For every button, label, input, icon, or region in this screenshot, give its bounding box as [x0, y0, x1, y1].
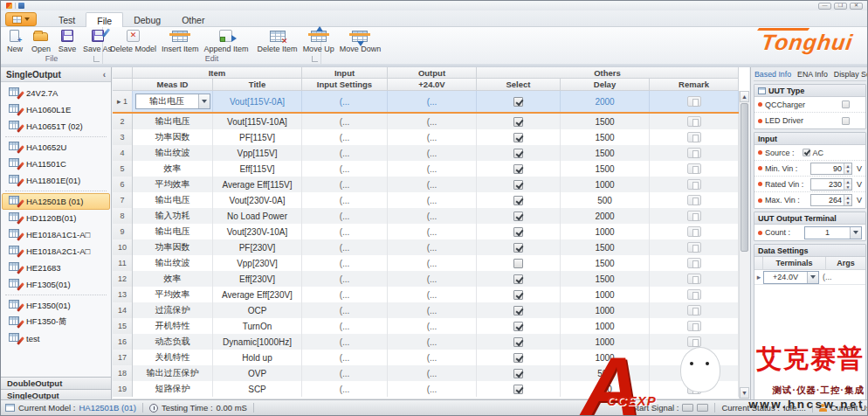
- source-ac-checkbox[interactable]: [803, 149, 810, 156]
- table-row[interactable]: 11输出纹波Vpp[230V](...(...1500: [113, 255, 739, 271]
- table-row[interactable]: ▸ 1输出电压Vout[115V-0A](...(...2000: [113, 91, 739, 114]
- spinner-arrows-icon[interactable]: ▲▼: [844, 179, 851, 190]
- delay-cell[interactable]: 2000: [561, 208, 650, 224]
- panel-tab-ena-info[interactable]: ENA Info: [797, 70, 828, 79]
- column-header-input-settings[interactable]: Input Settings: [302, 79, 388, 91]
- select-checkbox[interactable]: [513, 196, 523, 205]
- select-checkbox[interactable]: [513, 227, 523, 237]
- delay-cell[interactable]: 1500: [561, 161, 650, 177]
- sidebar-bar-doubleoutput[interactable]: DoubleOutput: [1, 377, 111, 389]
- remark-note-icon[interactable]: [687, 116, 701, 127]
- remark-note-icon[interactable]: [687, 148, 701, 158]
- title-cell[interactable]: Eff[230V]: [213, 271, 302, 287]
- table-row[interactable]: 6平均效率Average Eff[115V](...(...1000: [113, 177, 739, 192]
- output-cell[interactable]: (...: [388, 365, 477, 381]
- title-cell[interactable]: OVP: [213, 365, 302, 381]
- delay-cell[interactable]: 1500: [561, 239, 650, 255]
- remark-note-icon[interactable]: [687, 384, 701, 394]
- output-cell[interactable]: (...: [388, 177, 477, 192]
- delay-cell[interactable]: 1000: [561, 318, 650, 334]
- output-cell[interactable]: (...: [388, 208, 477, 224]
- select-checkbox[interactable]: [513, 164, 523, 174]
- select-checkbox[interactable]: [513, 337, 523, 347]
- delay-cell[interactable]: 1000: [561, 224, 650, 239]
- move-down-button[interactable]: Move Down: [337, 27, 384, 53]
- title-cell[interactable]: TurnOn: [213, 318, 302, 334]
- args-value[interactable]: (...: [819, 273, 832, 281]
- move-up-button[interactable]: Move Up: [300, 27, 337, 53]
- table-row[interactable]: 15开机特性TurnOn(...(...1000: [113, 318, 739, 334]
- application-menu-button[interactable]: [5, 12, 37, 26]
- model-item[interactable]: HF1350(01): [2, 297, 110, 314]
- select-checkbox[interactable]: [513, 243, 523, 253]
- select-checkbox[interactable]: [513, 290, 523, 300]
- select-checkbox[interactable]: [513, 274, 523, 284]
- append-item-button[interactable]: Append Item: [202, 27, 251, 53]
- dialog-launcher-icon[interactable]: [93, 56, 100, 62]
- table-row[interactable]: 18输出过压保护OVP(...(...500: [113, 365, 739, 381]
- quick-access-save-icon[interactable]: [18, 3, 24, 9]
- delay-cell[interactable]: 1500: [561, 129, 650, 145]
- table-row[interactable]: 19短路保护SCP(...(...500: [113, 381, 739, 397]
- select-checkbox[interactable]: [513, 385, 523, 394]
- remark-note-icon[interactable]: [687, 226, 701, 237]
- model-item[interactable]: 24V2.7A: [2, 85, 110, 101]
- sidebar-header[interactable]: SingleOutput ‹: [1, 67, 111, 82]
- restore-button[interactable]: ❐: [834, 3, 847, 10]
- title-cell[interactable]: No Load Power: [213, 208, 302, 224]
- panel-tab-based-info[interactable]: Based Info: [754, 70, 791, 79]
- close-button[interactable]: ✕: [850, 3, 863, 10]
- output-cell[interactable]: (...: [388, 129, 477, 145]
- ribbon-tab-debug[interactable]: Debug: [123, 12, 171, 27]
- select-checkbox[interactable]: [513, 180, 523, 190]
- save-button[interactable]: Save: [54, 27, 80, 53]
- title-cell[interactable]: Vout[115V-0A]: [213, 91, 302, 112]
- title-cell[interactable]: Hold up: [213, 350, 302, 365]
- remark-note-icon[interactable]: [687, 132, 701, 142]
- numeric-input[interactable]: 230▲▼: [810, 178, 852, 191]
- input-settings-cell[interactable]: (...: [302, 239, 388, 255]
- numeric-input[interactable]: 90▲▼: [810, 163, 852, 175]
- title-cell[interactable]: Vout[115V-10A]: [213, 114, 302, 129]
- chevron-down-icon[interactable]: [807, 272, 818, 283]
- title-cell[interactable]: Average Eff[115V]: [213, 177, 302, 192]
- model-item[interactable]: HF1350-简: [2, 314, 110, 330]
- input-settings-cell[interactable]: (...: [302, 287, 388, 302]
- output-cell[interactable]: (...: [388, 318, 477, 334]
- scroll-up-icon[interactable]: ▲: [740, 91, 749, 102]
- remark-note-icon[interactable]: [687, 163, 701, 174]
- remark-note-icon[interactable]: [687, 368, 701, 378]
- output-cell[interactable]: (...: [388, 287, 477, 302]
- title-cell[interactable]: Vout[230V-0A]: [213, 192, 302, 208]
- delay-cell[interactable]: 1000: [561, 334, 650, 350]
- output-cell[interactable]: (...: [388, 192, 477, 208]
- delay-cell[interactable]: 500: [561, 192, 650, 208]
- delay-cell[interactable]: 2000: [561, 91, 650, 112]
- output-cell[interactable]: (...: [388, 114, 477, 129]
- output-cell[interactable]: (...: [388, 224, 477, 239]
- count-dropdown[interactable]: 1: [804, 226, 862, 239]
- input-settings-cell[interactable]: (...: [302, 177, 388, 192]
- quick-access-app-icon[interactable]: [6, 3, 12, 9]
- model-item[interactable]: HA10651T (02): [2, 118, 110, 135]
- delay-cell[interactable]: 1500: [561, 145, 650, 161]
- chevron-down-icon[interactable]: [850, 227, 861, 239]
- delay-cell[interactable]: 1000: [561, 302, 650, 318]
- delete-model-button[interactable]: ✕Delete Model: [107, 27, 159, 53]
- output-cell[interactable]: (...: [388, 381, 477, 397]
- remark-note-icon[interactable]: [687, 321, 701, 331]
- remark-note-icon[interactable]: [687, 258, 701, 268]
- delay-cell[interactable]: 1500: [561, 255, 650, 271]
- chevron-down-icon[interactable]: [198, 94, 210, 108]
- select-checkbox[interactable]: [513, 369, 523, 378]
- input-settings-cell[interactable]: (...: [302, 114, 388, 129]
- delay-cell[interactable]: 500: [561, 381, 650, 397]
- select-checkbox[interactable]: [513, 353, 523, 363]
- open-button[interactable]: Open: [28, 27, 54, 53]
- title-cell[interactable]: SCP: [213, 381, 302, 397]
- column-header-meas-id[interactable]: Meas ID: [133, 79, 213, 91]
- remark-note-icon[interactable]: [687, 305, 701, 315]
- input-settings-cell[interactable]: (...: [302, 145, 388, 161]
- delay-cell[interactable]: 1000: [561, 287, 650, 302]
- title-cell[interactable]: OCP: [213, 302, 302, 318]
